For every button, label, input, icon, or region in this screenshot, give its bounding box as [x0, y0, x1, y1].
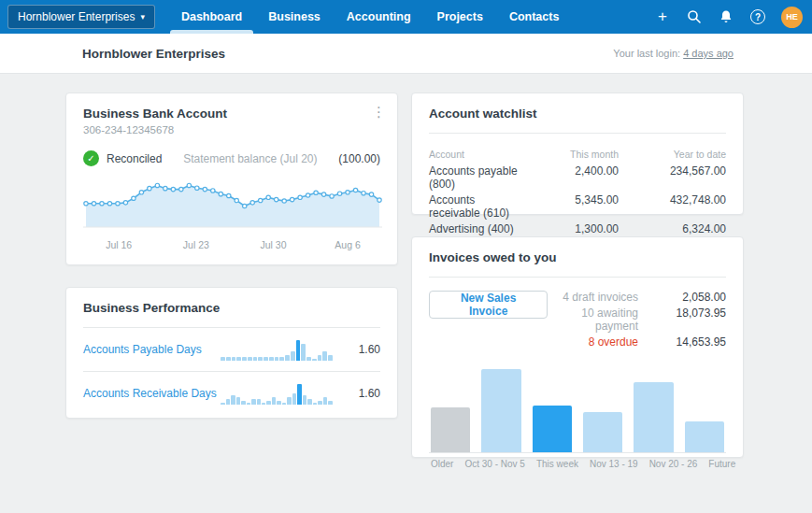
- invoice-bar[interactable]: [481, 369, 520, 452]
- mini-bar: [287, 397, 291, 405]
- kebab-menu-icon[interactable]: ⋮: [372, 105, 386, 119]
- nav-item-label: Projects: [437, 10, 483, 23]
- mini-bar: [241, 401, 245, 405]
- mini-bar: [318, 355, 322, 361]
- mini-bar: [258, 357, 263, 361]
- accounts-receivable-days-link[interactable]: Accounts Receivable Days: [83, 387, 221, 400]
- mini-bar: [297, 384, 301, 405]
- watchlist-row-account[interactable]: Accounts payable (800): [429, 164, 520, 191]
- mini-bar: [322, 351, 327, 361]
- mini-bar: [251, 399, 255, 405]
- divider: [429, 277, 726, 278]
- nav-menu: Dashboard Business Accounting Projects C…: [168, 0, 572, 34]
- search-icon[interactable]: [678, 0, 710, 34]
- mini-bar: [306, 357, 311, 361]
- mini-bar: [285, 355, 290, 361]
- nav-item-contacts[interactable]: Contacts: [496, 0, 572, 34]
- mini-bar: [318, 401, 321, 405]
- bank-account-card: Business Bank Account 306-234-12345678 ⋮…: [65, 93, 398, 265]
- performance-row: Accounts Payable Days 1.60: [83, 328, 380, 371]
- nav-item-label: Business: [268, 10, 321, 23]
- watchlist-row-year-to-date: 432,748.00: [619, 193, 726, 220]
- mini-bar: [292, 393, 296, 405]
- invoice-bar[interactable]: [583, 412, 622, 452]
- x-tick: Jul 16: [106, 239, 132, 250]
- accounts-payable-days-link[interactable]: Accounts Payable Days: [83, 343, 221, 356]
- mini-bar: [312, 359, 317, 361]
- nav-item-accounting[interactable]: Accounting: [334, 0, 424, 34]
- bar-label: Nov 20 - 26: [649, 459, 698, 469]
- bar-label: Future: [708, 459, 735, 469]
- watchlist-row-account[interactable]: Advertising (400): [429, 222, 520, 235]
- invoices-owed-card: Invoices owed to you New Sales Invoice 4…: [411, 236, 744, 458]
- page-title: Hornblower Enterprises: [82, 47, 225, 61]
- bar-label: Oct 30 - Nov 5: [464, 459, 524, 469]
- bell-icon[interactable]: [710, 0, 742, 34]
- mini-bar: [296, 340, 301, 361]
- invoices-chart-labels: Older Oct 30 - Nov 5 This week Nov 13 - …: [429, 459, 726, 469]
- mini-bar: [221, 357, 225, 361]
- invoice-bar[interactable]: [634, 382, 673, 452]
- column-header-account: Account: [429, 149, 520, 162]
- new-sales-invoice-button[interactable]: New Sales Invoice: [429, 291, 548, 319]
- mini-bar: [232, 357, 236, 361]
- x-tick: Jul 23: [183, 239, 209, 250]
- nav-item-projects[interactable]: Projects: [424, 0, 496, 34]
- bank-card-title: Business Bank Account: [83, 107, 380, 121]
- accounts-payable-days-value: 1.60: [344, 343, 380, 356]
- awaiting-payment-label[interactable]: 10 awaiting payment: [548, 306, 638, 333]
- performance-card-title: Business Performance: [83, 301, 380, 315]
- watchlist-table: Account This month Year to date Accounts…: [429, 149, 726, 235]
- mini-bar-chart: [221, 338, 333, 361]
- mini-bar: [328, 401, 332, 405]
- nav-right-actions: + ? HE: [647, 0, 812, 34]
- account-watchlist-card: Account watchlist Account This month Yea…: [411, 93, 744, 215]
- mini-bar-chart: [221, 382, 333, 405]
- sparkline-x-labels: Jul 16 Jul 23 Jul 30 Aug 6: [83, 239, 380, 252]
- performance-row: Accounts Receivable Days 1.60: [83, 372, 380, 415]
- nav-item-dashboard[interactable]: Dashboard: [168, 0, 255, 34]
- mini-bar: [266, 401, 270, 405]
- last-login-link[interactable]: 4 days ago: [683, 48, 734, 59]
- bar-label: Nov 13 - 19: [590, 459, 638, 469]
- nav-item-label: Accounting: [347, 10, 411, 23]
- org-selector[interactable]: Hornblower Enterprises ▾: [7, 5, 155, 29]
- mini-bar: [242, 357, 247, 361]
- last-login: Your last login: 4 days ago: [613, 48, 734, 59]
- awaiting-payment-value: 18,073.95: [653, 306, 726, 333]
- overdue-value: 14,653.95: [653, 335, 726, 349]
- mini-bar: [257, 399, 261, 405]
- accounts-receivable-days-value: 1.60: [344, 387, 380, 400]
- sparkline: [83, 176, 382, 228]
- mini-bar: [236, 357, 241, 361]
- mini-bar: [236, 397, 240, 405]
- check-icon: ✓: [83, 150, 99, 166]
- column-header-year-to-date: Year to date: [619, 149, 726, 162]
- invoice-bar[interactable]: [685, 421, 724, 452]
- mini-bar: [248, 357, 252, 361]
- avatar[interactable]: HE: [781, 7, 803, 28]
- draft-invoices-label[interactable]: 4 draft invoices: [548, 291, 638, 304]
- watchlist-card-title: Account watchlist: [429, 107, 726, 121]
- invoice-bar[interactable]: [431, 407, 470, 452]
- overdue-label[interactable]: 8 overdue: [548, 335, 638, 349]
- mini-bar: [303, 395, 306, 405]
- watchlist-row-account[interactable]: Accounts receivable (610): [429, 193, 520, 220]
- mini-bar: [231, 395, 235, 405]
- plus-icon[interactable]: +: [647, 0, 678, 34]
- business-performance-card: Business Performance Accounts Payable Da…: [65, 287, 398, 419]
- invoices-card-title: Invoices owed to you: [429, 250, 726, 264]
- help-icon[interactable]: ?: [742, 0, 774, 34]
- mini-bar: [307, 399, 311, 405]
- watchlist-row-year-to-date: 234,567.00: [619, 164, 726, 191]
- statement-balance-value: (100.00): [338, 152, 380, 165]
- mini-bar: [277, 401, 280, 405]
- reconciled-row: ✓ Reconciled Statement balance (Jul 20) …: [83, 150, 380, 166]
- mini-bar: [226, 357, 231, 361]
- bar-label: Older: [431, 459, 453, 469]
- invoices-top-row: New Sales Invoice 4 draft invoices 2,058…: [429, 291, 726, 349]
- nav-item-business[interactable]: Business: [255, 0, 334, 34]
- x-tick: Jul 30: [261, 239, 287, 250]
- mini-bar: [313, 403, 317, 405]
- invoice-bar[interactable]: [533, 406, 572, 452]
